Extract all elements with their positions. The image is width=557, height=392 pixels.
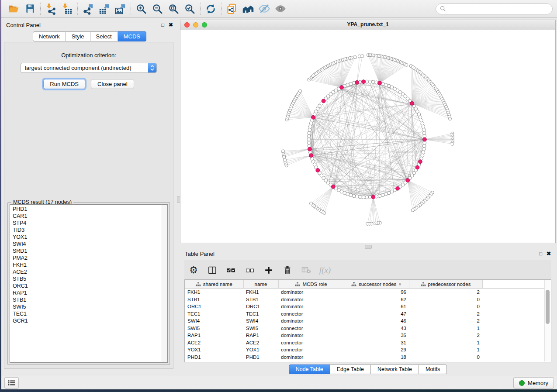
network-node[interactable] bbox=[352, 194, 356, 198]
show-all-button[interactable] bbox=[272, 1, 288, 16]
network-node[interactable] bbox=[422, 131, 426, 135]
network-node[interactable] bbox=[368, 80, 372, 83]
table-cell[interactable]: 96 bbox=[344, 289, 409, 296]
mcds-node[interactable] bbox=[423, 138, 427, 141]
table-cell[interactable]: PHD1 bbox=[243, 354, 278, 361]
export-network-button[interactable] bbox=[80, 1, 96, 16]
mcds-result-item[interactable]: YOX1 bbox=[13, 234, 167, 241]
table-row[interactable]: SWI4SWI4dominator462 bbox=[185, 317, 547, 325]
search-input[interactable] bbox=[436, 3, 553, 14]
network-node[interactable] bbox=[365, 196, 369, 199]
table-cell[interactable]: TEC1 bbox=[243, 310, 278, 318]
table-cell[interactable]: RAP1 bbox=[185, 332, 243, 339]
table-cell[interactable]: dominator bbox=[278, 289, 344, 296]
tab-network-table[interactable]: Network Table bbox=[371, 364, 419, 374]
table-cell[interactable]: connector bbox=[278, 346, 344, 354]
column-header-shared-name[interactable]: shared name bbox=[185, 280, 243, 289]
network-node[interactable] bbox=[448, 117, 451, 120]
mcds-node[interactable] bbox=[415, 165, 419, 169]
column-header-successor-nodes[interactable]: successor nodes∨ bbox=[344, 280, 409, 289]
table-cell[interactable]: STB1 bbox=[243, 296, 278, 303]
table-cell[interactable]: 2 bbox=[409, 289, 482, 296]
mcds-node[interactable] bbox=[340, 86, 344, 89]
network-canvas[interactable] bbox=[180, 30, 555, 243]
mcds-node[interactable] bbox=[406, 179, 410, 182]
network-node[interactable] bbox=[308, 128, 311, 131]
delete-columns-button[interactable] bbox=[282, 265, 293, 276]
mcds-node[interactable] bbox=[362, 80, 366, 84]
table-row[interactable]: ORC1ORC1dominator610 bbox=[185, 303, 547, 310]
table-cell[interactable]: 0 bbox=[409, 296, 482, 303]
mcds-result-list[interactable]: PHD1CAR1STP4TID3YOX1SWI4SRD1PMA2FKH1ACE2… bbox=[10, 204, 168, 363]
mcds-result-item[interactable]: SWI5 bbox=[13, 303, 167, 310]
mcds-node[interactable] bbox=[410, 101, 414, 105]
import-network-button[interactable] bbox=[43, 1, 59, 16]
network-node[interactable] bbox=[421, 154, 424, 157]
network-node[interactable] bbox=[349, 193, 353, 197]
table-cell[interactable]: SWI4 bbox=[185, 317, 243, 325]
table-scrollbar[interactable] bbox=[544, 280, 550, 361]
network-node[interactable] bbox=[283, 158, 286, 162]
tab-style[interactable]: Style bbox=[66, 31, 90, 41]
network-node[interactable] bbox=[451, 142, 454, 145]
open-network-button[interactable] bbox=[6, 1, 22, 16]
import-table-button[interactable] bbox=[59, 1, 75, 16]
mcds-result-item[interactable]: ORC1 bbox=[13, 282, 167, 289]
table-cell[interactable]: SWI4 bbox=[243, 317, 278, 325]
network-node[interactable] bbox=[411, 209, 414, 212]
network-node[interactable] bbox=[371, 80, 375, 84]
mcds-node[interactable] bbox=[378, 81, 382, 85]
table-cell[interactable]: FKH1 bbox=[185, 289, 243, 296]
table-settings-button[interactable]: ⚙ bbox=[188, 265, 199, 276]
table-cell[interactable]: 0 bbox=[409, 354, 482, 361]
network-node[interactable] bbox=[422, 144, 426, 148]
mcds-result-item[interactable]: GCR1 bbox=[13, 317, 167, 324]
table-cell[interactable]: 18 bbox=[344, 354, 409, 361]
network-node[interactable] bbox=[355, 195, 359, 198]
network-node[interactable] bbox=[420, 119, 423, 122]
network-node[interactable] bbox=[366, 222, 369, 225]
mcds-node[interactable] bbox=[322, 99, 325, 103]
close-panel-icon[interactable]: ✖ bbox=[169, 22, 173, 28]
table-cell[interactable]: 43 bbox=[344, 325, 409, 332]
table-cell[interactable]: ORC1 bbox=[243, 303, 278, 310]
column-header-name[interactable]: name bbox=[243, 280, 278, 289]
network-node[interactable] bbox=[299, 89, 302, 93]
first-neighbors-button[interactable] bbox=[240, 1, 256, 16]
deselect-all-columns-button[interactable] bbox=[244, 265, 256, 276]
mcds-node[interactable] bbox=[419, 160, 422, 164]
table-cell[interactable]: 1 bbox=[409, 325, 482, 332]
tab-select[interactable]: Select bbox=[90, 31, 118, 41]
mcds-result-item[interactable]: PHD1 bbox=[13, 206, 167, 213]
close-panel-button[interactable]: Close panel bbox=[91, 79, 134, 89]
float-table-panel-icon[interactable]: □ bbox=[539, 251, 542, 256]
table-cell[interactable]: 29 bbox=[344, 346, 409, 354]
network-node[interactable] bbox=[422, 128, 426, 131]
mcds-result-item[interactable]: STB5 bbox=[13, 275, 167, 282]
float-panel-icon[interactable]: □ bbox=[161, 23, 164, 28]
network-node[interactable] bbox=[422, 148, 426, 151]
table-cell[interactable]: connector bbox=[278, 325, 344, 332]
network-node[interactable] bbox=[307, 141, 311, 144]
table-cell[interactable]: dominator bbox=[278, 317, 344, 325]
network-node[interactable] bbox=[353, 55, 356, 58]
network-node[interactable] bbox=[281, 150, 284, 153]
table-cell[interactable]: 47 bbox=[344, 310, 409, 318]
table-cell[interactable]: 31 bbox=[344, 339, 409, 347]
mcds-result-item[interactable]: STP4 bbox=[13, 220, 167, 227]
tab-network[interactable]: Network bbox=[33, 31, 66, 41]
zoom-fit-button[interactable] bbox=[166, 1, 182, 16]
tab-mcds[interactable]: MCDS bbox=[118, 31, 146, 41]
network-node[interactable] bbox=[359, 195, 362, 199]
table-cell[interactable]: dominator bbox=[278, 354, 344, 361]
network-graph[interactable] bbox=[180, 30, 555, 243]
table-row[interactable]: PHD1PHD1dominator180 bbox=[185, 354, 547, 361]
network-node[interactable] bbox=[349, 82, 353, 86]
run-mcds-button[interactable]: Run MCDS bbox=[43, 79, 85, 89]
network-node[interactable] bbox=[361, 55, 364, 58]
mcds-result-item[interactable]: CAR1 bbox=[13, 213, 167, 220]
table-cell[interactable]: ACE2 bbox=[243, 339, 278, 347]
network-node[interactable] bbox=[309, 122, 313, 125]
mcds-result-item[interactable]: STB1 bbox=[13, 296, 167, 303]
mcds-result-item[interactable]: ACE2 bbox=[13, 268, 167, 275]
